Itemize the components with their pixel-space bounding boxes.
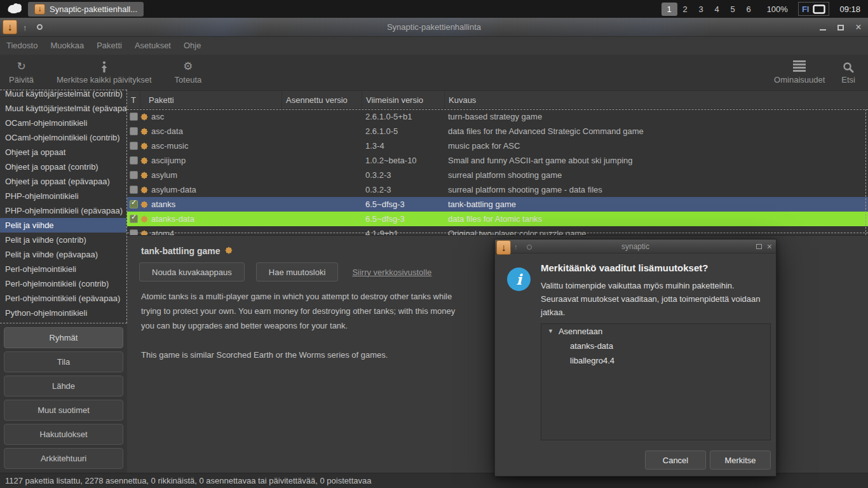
menubar: TiedostoMuokkaaPakettiAsetuksetOhje — [0, 37, 868, 55]
toolbar: ↻ Päivitä Merkitse kaikki päivitykset ⚙ … — [0, 55, 868, 91]
sidebar-category[interactable]: PHP-ohjelmointikieli (epävapaa) — [0, 203, 126, 218]
sidebar-category[interactable]: Pelit ja viihde (contrib) — [0, 233, 126, 247]
mark-all-upgrades-button[interactable]: Merkitse kaikki päivitykset — [57, 60, 152, 85]
window-title: Synaptic-pakettienhallinta — [0, 18, 868, 37]
sidebar-category[interactable]: PHP-ohjelmointikieli — [0, 189, 126, 203]
table-row[interactable]: atanks 6.5~dfsg-3 tank-battling game — [127, 197, 868, 212]
package-status-checkbox[interactable] — [130, 112, 138, 121]
apply-button[interactable]: ⚙ Toteuta — [175, 60, 202, 85]
filter-button[interactable]: Hakutulokset — [4, 424, 123, 445]
package-status-checkbox[interactable] — [130, 186, 138, 194]
sidebar-category[interactable]: Perl-ohjelmointikieli (contrib) — [0, 276, 126, 291]
sidebar-category[interactable]: Ohjeet ja oppaat — [0, 145, 126, 159]
mark-button[interactable]: Merkitse — [710, 451, 771, 470]
workspace-button[interactable]: 3 — [693, 3, 709, 16]
filter-button[interactable]: Muut suotimet — [4, 400, 123, 421]
menu-item[interactable]: Paketti — [90, 37, 128, 55]
clock[interactable]: 09:18 — [839, 4, 860, 14]
table-row[interactable]: asc 2.6.1.0-5+b1 turn-based strategy gam… — [127, 109, 868, 124]
table-row[interactable]: asc-data 2.6.1.0-5 data files for the Ad… — [127, 124, 868, 139]
table-row[interactable]: asciijump 1.0.2~beta-10 Small and funny … — [127, 153, 868, 168]
keyboard-layout-indicator[interactable]: FI — [798, 2, 830, 16]
sidebar-category[interactable]: Muut käyttöjärjestelmät (contrib) — [0, 90, 126, 101]
dialog-titlebar[interactable]: ↓ ↑ synaptic × — [495, 240, 776, 254]
sidebar-category[interactable]: Muut käyttöjärjestelmät (epävapaa) — [0, 101, 126, 116]
status-text: 1127 pakettia listattu, 2278 asennettua,… — [5, 476, 371, 485]
filter-button[interactable]: Lähde — [4, 376, 123, 396]
sidebar-category[interactable]: Ohjeet ja oppaat (contrib) — [0, 159, 126, 174]
workspace-button[interactable]: 6 — [741, 3, 757, 16]
window-titlebar[interactable]: ↓ ↑ Synaptic-pakettienhallinta × — [0, 18, 868, 37]
refresh-button[interactable]: ↻ Päivitä — [9, 60, 34, 85]
gears-icon: ⚙ — [183, 60, 193, 73]
close-button[interactable]: × — [767, 242, 772, 251]
category-list: Muut käyttöjärjestelmät (contrib)Muut kä… — [0, 90, 127, 323]
package-status-checkbox[interactable] — [130, 127, 138, 135]
minimize-button[interactable] — [816, 20, 830, 34]
tree-item-package[interactable]: liballegro4.4 — [541, 353, 770, 368]
tree-group-to-install[interactable]: ▼ Asennetaan — [541, 324, 770, 339]
sidebar-category[interactable]: OCaml-ohjelmointikieli — [0, 116, 126, 130]
maximize-button[interactable] — [834, 20, 848, 34]
volume-level[interactable]: 100% — [767, 4, 788, 14]
changes-list: ▼ Asennetaan atanks-dataliballegro4.4 — [541, 323, 771, 440]
sidebar-category[interactable]: Perl-ohjelmointikieli (epävapaa) — [0, 291, 126, 306]
menu-item[interactable]: Asetukset — [128, 37, 177, 55]
package-status-checkbox[interactable] — [130, 142, 138, 150]
table-row[interactable]: asylum-data 0.3.2-3 surreal platform sho… — [127, 182, 868, 197]
sidebar-category[interactable]: Perl-ohjelmointikieli — [0, 262, 126, 276]
table-row[interactable]: asc-music 1.3-4 music pack for ASC — [127, 139, 868, 153]
package-name: asc-music — [151, 139, 189, 153]
taskbar-window-button[interactable]: ↓ Synaptic-pakettienhall... — [28, 2, 144, 17]
package-status-checkbox[interactable] — [130, 229, 138, 235]
properties-button[interactable]: Ominaisuudet — [774, 60, 825, 85]
package-status-checkbox[interactable] — [130, 215, 138, 223]
column-description[interactable]: Kuvaus — [444, 91, 868, 109]
column-package[interactable]: Paketti — [140, 91, 281, 109]
package-name: atanks-data — [151, 212, 194, 226]
table-row[interactable]: atanks-data 6.5~dfsg-3 data files for At… — [127, 212, 868, 226]
workspace-button[interactable]: 1 — [661, 3, 677, 16]
menu-item[interactable]: Ohje — [177, 37, 207, 55]
menu-item[interactable]: Muokkaa — [44, 37, 90, 55]
workspace-button[interactable]: 2 — [677, 3, 693, 16]
package-status-checkbox[interactable] — [130, 171, 138, 179]
column-status[interactable]: T — [127, 91, 140, 109]
maximize-button[interactable] — [756, 244, 762, 249]
latest-version: 6.5~dfsg-3 — [362, 197, 444, 212]
expander-icon[interactable]: ▼ — [548, 324, 553, 339]
package-status-checkbox[interactable] — [130, 200, 138, 208]
visit-website-link[interactable]: Siirry verkkosivustolle — [352, 268, 431, 277]
package-status-checkbox[interactable] — [130, 156, 138, 165]
cancel-button[interactable]: Cancel — [645, 451, 706, 470]
filter-button[interactable]: Tila — [4, 351, 123, 372]
installed-version — [281, 182, 362, 197]
workspace-button[interactable]: 5 — [725, 3, 741, 16]
supported-package-icon — [140, 142, 148, 150]
menu-item[interactable]: Tiedosto — [0, 37, 44, 55]
installed-version — [281, 153, 362, 168]
sidebar-category[interactable]: Pelit ja viihde — [0, 218, 126, 233]
package-name: asc — [151, 109, 164, 124]
package-description: Small and funny ASCII-art game about ski… — [444, 153, 868, 168]
supported-package-icon — [140, 215, 148, 223]
package-description: music pack for ASC — [444, 139, 868, 153]
get-screenshot-button[interactable]: Nouda kuvakaappaus — [139, 262, 245, 281]
get-changelog-button[interactable]: Hae muutosloki — [256, 262, 339, 281]
tree-item-package[interactable]: atanks-data — [541, 339, 770, 353]
column-latest-version[interactable]: Viimeisin versio — [362, 91, 444, 109]
sidebar-category[interactable]: Ohjeet ja oppaat (epävapaa) — [0, 174, 126, 189]
filter-button[interactable]: Ryhmät — [4, 327, 123, 348]
filter-button[interactable]: Arkkitehtuuri — [4, 448, 123, 469]
column-installed-version[interactable]: Asennettu versio — [281, 91, 362, 109]
sidebar-category[interactable]: OCaml-ohjelmointikieli (contrib) — [0, 130, 126, 145]
search-button[interactable]: Etsi — [841, 60, 855, 85]
table-row[interactable]: asylum 0.3.2-3 surreal platform shooting… — [127, 168, 868, 182]
close-button[interactable]: × — [851, 20, 865, 34]
workspace-button[interactable]: 4 — [709, 3, 725, 16]
table-row[interactable]: atom4 4.1-9+b1 Original two-player color… — [127, 226, 868, 235]
package-name: atanks — [151, 197, 175, 212]
sidebar-category[interactable]: Python-ohjelmointikieli — [0, 306, 126, 320]
applications-menu-button[interactable] — [5, 3, 24, 15]
sidebar-category[interactable]: Pelit ja viihde (epävapaa) — [0, 247, 126, 262]
